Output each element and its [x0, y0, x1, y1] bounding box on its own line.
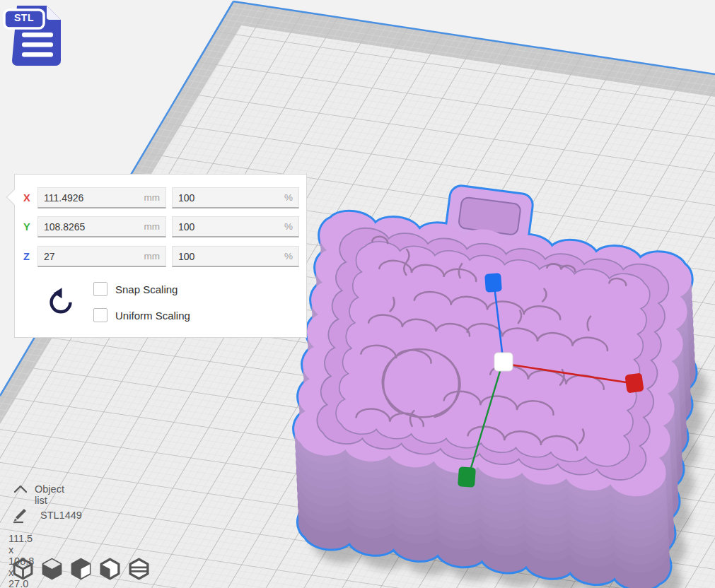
y-percent-field[interactable]: 100 % [172, 216, 299, 237]
y-percent-value: 100 [178, 221, 194, 233]
scale-row-y: Y 108.8265 mm 100 % [23, 216, 299, 237]
cube-top-face-icon[interactable] [98, 557, 122, 581]
uniform-scaling-label: Uniform Scaling [115, 310, 190, 322]
x-size-field[interactable]: 111.4926 mm [37, 187, 166, 208]
z-percent-unit: % [284, 251, 293, 261]
stl-document-glyph [3, 0, 68, 71]
z-size-field[interactable]: 27 mm [37, 246, 166, 267]
z-size-unit: mm [144, 251, 161, 261]
view-mode-toolbar [11, 557, 151, 581]
axis-y-label: Y [23, 221, 36, 233]
snap-scaling-checkbox[interactable] [93, 282, 107, 296]
cube-solid-icon[interactable] [40, 557, 64, 581]
object-list-title[interactable]: Object list [35, 483, 64, 506]
snap-scaling-label: Snap Scaling [115, 283, 178, 295]
x-percent-unit: % [284, 192, 293, 203]
scale-tool-panel: X 111.4926 mm 100 % Y 108.8265 mm 100 % … [14, 174, 307, 338]
cube-solid-face-icon[interactable] [69, 557, 93, 581]
gizmo-handle-x[interactable] [624, 372, 644, 393]
uniform-scaling-checkbox[interactable] [93, 308, 107, 322]
axis-x-label: X [23, 192, 36, 204]
y-percent-unit: % [284, 221, 293, 232]
uniform-scaling-row: Uniform Scaling [93, 307, 190, 324]
y-size-unit: mm [144, 221, 161, 232]
x-percent-field[interactable]: 100 % [172, 187, 299, 208]
y-size-value: 108.8265 [44, 221, 85, 233]
gizmo-handle-y[interactable] [458, 466, 476, 488]
rename-object-button[interactable] [11, 507, 30, 527]
stl-badge-label: STL [8, 12, 40, 23]
object-list-item[interactable]: STL1449 [40, 510, 82, 521]
reset-scale-button[interactable] [47, 286, 74, 317]
reset-transform-icon [47, 286, 74, 317]
scale-row-z: Z 27 mm 100 % [23, 246, 299, 267]
x-percent-value: 100 [178, 192, 194, 204]
axis-z-label: Z [23, 251, 36, 262]
chevron-up-icon [13, 483, 28, 495]
x-size-unit: mm [144, 192, 161, 203]
x-size-value: 111.4926 [44, 192, 83, 204]
object-list-collapse-button[interactable] [13, 483, 28, 498]
gizmo-handle-z[interactable] [484, 273, 502, 293]
snap-scaling-row: Snap Scaling [93, 281, 178, 298]
z-percent-field[interactable]: 100 % [172, 246, 299, 267]
cube-wireframe-icon[interactable] [11, 557, 35, 581]
gizmo-handle-uniform[interactable] [494, 353, 513, 371]
y-size-field[interactable]: 108.8265 mm [37, 216, 166, 237]
stl-file-icon[interactable]: STL [3, 0, 68, 71]
z-size-value: 27 [44, 251, 55, 262]
cube-layers-icon[interactable] [127, 557, 151, 581]
scale-row-x: X 111.4926 mm 100 % [23, 187, 299, 208]
z-percent-value: 100 [178, 251, 194, 262]
pencil-icon [11, 507, 30, 524]
